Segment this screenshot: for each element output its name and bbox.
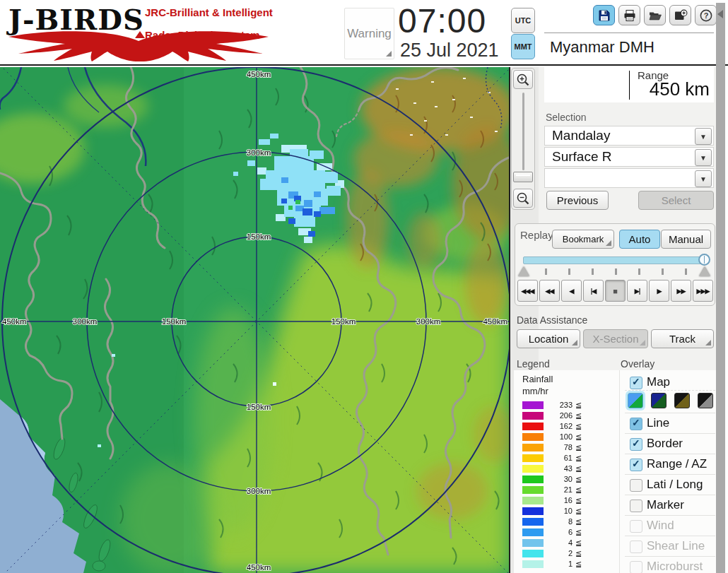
map-style-swatch-3[interactable] bbox=[674, 393, 690, 408]
legend-label: Legend bbox=[517, 358, 550, 370]
map-zoom-control bbox=[511, 68, 535, 210]
select-button[interactable]: Select bbox=[638, 191, 714, 210]
overlay-item-label: Map bbox=[647, 375, 670, 389]
zoom-out-button[interactable] bbox=[513, 189, 533, 208]
panel-collapse-strip[interactable] bbox=[716, 3, 725, 573]
forward-button[interactable]: ▶▶ bbox=[671, 280, 691, 302]
site-dropdown[interactable]: Mandalay ▼ bbox=[544, 126, 714, 146]
save-button[interactable] bbox=[593, 5, 615, 25]
overlay-row-map[interactable]: Map bbox=[625, 374, 715, 391]
step-forward-button[interactable]: ▶| bbox=[627, 280, 647, 302]
legend-value: 100 bbox=[544, 432, 573, 441]
map-checkbox[interactable] bbox=[630, 377, 642, 389]
step-backward-button[interactable]: |◀ bbox=[583, 280, 604, 302]
eagle-logo-icon bbox=[6, 28, 276, 64]
slider-tick bbox=[638, 268, 640, 275]
overlay-item-label: Marker bbox=[647, 498, 684, 512]
overlay-row-range-az[interactable]: Range / AZ bbox=[625, 456, 715, 473]
stop-button[interactable]: ■ bbox=[605, 280, 626, 302]
overlay-item-label: Border bbox=[647, 437, 683, 451]
legend-value: 61 bbox=[544, 454, 573, 462]
legend-le-symbol: ≦ bbox=[575, 454, 582, 463]
map-style-swatch-4[interactable] bbox=[698, 393, 713, 408]
legend-swatch bbox=[522, 497, 544, 504]
marker-checkbox[interactable] bbox=[630, 500, 642, 512]
chevron-down-icon[interactable]: ▼ bbox=[695, 170, 712, 187]
radar-map[interactable]: 450km 300km 150km 150km 300km 450km 450k… bbox=[0, 67, 510, 573]
save-icon bbox=[597, 8, 611, 23]
overlay-row-lati-long[interactable]: Lati / Long bbox=[625, 477, 715, 494]
overlay-separator bbox=[625, 515, 715, 516]
manual-mode-button[interactable]: Manual bbox=[661, 230, 711, 249]
option-dropdown[interactable]: ▼ bbox=[544, 168, 714, 188]
line-checkbox[interactable] bbox=[630, 418, 642, 430]
svg-text:450km: 450km bbox=[247, 70, 271, 78]
open-folder-button[interactable] bbox=[644, 5, 666, 25]
map-style-swatch-2[interactable] bbox=[651, 393, 667, 408]
warning-button[interactable]: Warning bbox=[344, 8, 394, 59]
slider-tick bbox=[615, 268, 617, 275]
xsection-button[interactable]: X-Section bbox=[583, 329, 648, 348]
mmt-button[interactable]: MMT bbox=[511, 34, 535, 59]
legend-swatch bbox=[522, 444, 544, 451]
svg-text:150km: 150km bbox=[331, 317, 356, 326]
header-separator bbox=[544, 33, 714, 33]
overlay-row-border[interactable]: Border bbox=[625, 436, 715, 453]
zoom-in-button[interactable] bbox=[513, 70, 533, 89]
slider-range-end-marker[interactable] bbox=[699, 266, 710, 276]
rewind-fast-button[interactable]: ◀◀◀ bbox=[517, 280, 538, 302]
legend-value: 16 bbox=[544, 496, 573, 504]
replay-slider-handle[interactable] bbox=[698, 254, 710, 266]
legend-le-symbol: ≦ bbox=[575, 401, 582, 410]
map-style-swatch-1[interactable] bbox=[628, 393, 643, 408]
zoom-slider-track[interactable] bbox=[522, 93, 524, 170]
overlay-label: Overlay bbox=[621, 358, 654, 370]
overlay-item-label: Wind bbox=[647, 519, 674, 533]
svg-text:450km: 450km bbox=[2, 317, 27, 326]
rewind-button[interactable]: ◀◀ bbox=[539, 280, 560, 302]
legend-title: Rainfall bbox=[522, 374, 553, 384]
lati-long-checkbox[interactable] bbox=[630, 479, 642, 492]
replay-slider-track[interactable] bbox=[523, 256, 705, 264]
overlay-row-line[interactable]: Line bbox=[625, 415, 715, 432]
print-button[interactable] bbox=[618, 5, 640, 25]
legend-swatch bbox=[522, 518, 544, 526]
legend-value: 4 bbox=[544, 538, 573, 547]
auto-mode-button[interactable]: Auto bbox=[619, 230, 660, 249]
add-image-button[interactable] bbox=[669, 5, 691, 25]
legend-value: 8 bbox=[544, 517, 573, 526]
radar-map-canvas: 450km 300km 150km 150km 300km 450km 450k… bbox=[0, 67, 509, 573]
chevron-down-icon[interactable]: ▼ bbox=[695, 128, 712, 145]
previous-button[interactable]: Previous bbox=[546, 191, 609, 210]
overlay-row-shear-line: Shear Line bbox=[625, 538, 715, 555]
slider-range-start-marker[interactable] bbox=[518, 266, 529, 276]
forward-fast-button[interactable]: ▶▶▶ bbox=[693, 280, 713, 302]
track-button[interactable]: Track bbox=[651, 329, 714, 348]
border-checkbox[interactable] bbox=[630, 438, 642, 451]
svg-text:150km: 150km bbox=[162, 317, 187, 326]
panel-collapse-arrow-icon[interactable] bbox=[717, 10, 723, 18]
chevron-down-icon[interactable]: ▼ bbox=[695, 149, 712, 166]
location-button[interactable]: Location bbox=[517, 329, 580, 348]
zoom-slider-handle[interactable] bbox=[513, 172, 533, 182]
play-backward-button[interactable]: ◀ bbox=[561, 280, 582, 302]
overlay-row-marker[interactable]: Marker bbox=[625, 497, 715, 514]
range-az-checkbox[interactable] bbox=[630, 459, 642, 471]
header-bar: J-BIRDS JRC-Brilliant & Intelligent Rada… bbox=[0, 0, 728, 66]
play-button[interactable]: ▶ bbox=[649, 280, 669, 302]
zoom-out-icon bbox=[516, 191, 530, 206]
legend-value: 30 bbox=[544, 475, 573, 483]
svg-text:?: ? bbox=[703, 11, 708, 20]
svg-text:300km: 300km bbox=[247, 487, 271, 495]
legend-le-symbol: ≦ bbox=[575, 538, 582, 548]
utc-button[interactable]: UTC bbox=[511, 8, 535, 33]
help-button[interactable]: ? bbox=[695, 5, 717, 25]
overlay-item-label: Range / AZ bbox=[647, 457, 707, 471]
bookmark-button[interactable]: Bookmark bbox=[552, 230, 614, 249]
product-dropdown[interactable]: Surface R ▼ bbox=[544, 147, 714, 167]
legend-le-symbol: ≦ bbox=[575, 432, 582, 442]
overlay-separator bbox=[625, 390, 715, 391]
legend-swatch bbox=[522, 550, 544, 557]
legend-le-symbol: ≦ bbox=[575, 464, 582, 473]
legend-swatch bbox=[522, 539, 544, 547]
